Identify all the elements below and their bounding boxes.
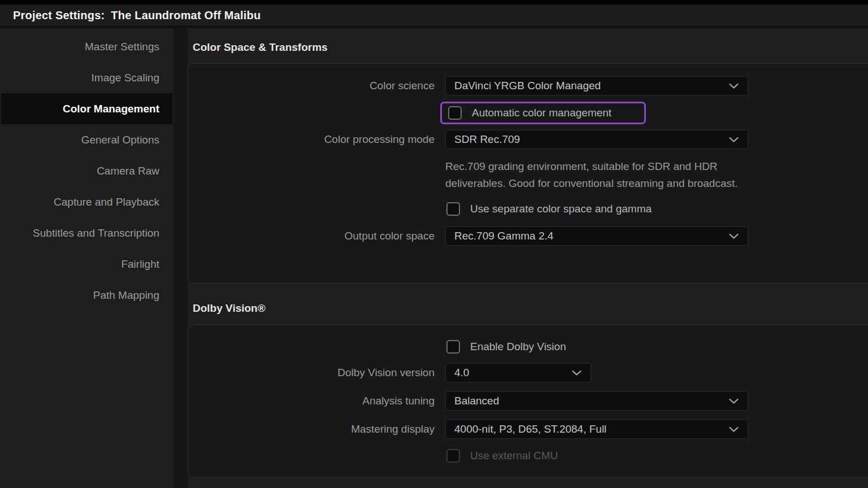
chevron-down-icon (729, 84, 739, 89)
analysis-tuning-value: Balanced (454, 395, 499, 407)
dolby-vision-version-dropdown[interactable]: 4.0 (445, 363, 591, 382)
automatic-color-management-label: Automatic color management (472, 107, 611, 119)
chevron-down-icon (729, 234, 739, 239)
dolby-vision-version-value: 4.0 (454, 367, 469, 379)
chevron-down-icon (729, 399, 739, 404)
dialog-title: Project Settings: (13, 9, 105, 22)
sidebar-item-image-scaling[interactable]: Image Scaling (0, 62, 173, 93)
sidebar-item-path-mapping[interactable]: Path Mapping (0, 280, 173, 311)
color-science-dropdown[interactable]: DaVinci YRGB Color Managed (445, 76, 748, 95)
chevron-down-icon (572, 371, 581, 376)
sidebar-item-camera-raw[interactable]: Camera Raw (0, 155, 173, 186)
use-separate-color-space-row: Use separate color space and gamma (446, 202, 868, 216)
output-color-space-label: Output color space (188, 230, 445, 242)
chevron-down-icon (729, 137, 739, 142)
dolby-vision-panel: Enable Dolby Vision Dolby Vision version… (188, 325, 868, 478)
output-color-space-value: Rec.709 Gamma 2.4 (454, 230, 553, 242)
processing-mode-description: Rec.709 grading environment, suitable fo… (445, 158, 748, 192)
sidebar-item-fairlight[interactable]: Fairlight (0, 249, 173, 280)
sidebar-item-general-options[interactable]: General Options (0, 124, 173, 155)
dialog-titlebar: Project Settings: The Laundromat Off Mal… (0, 0, 868, 27)
enable-dolby-vision-label: Enable Dolby Vision (470, 341, 566, 353)
sidebar-item-master-settings[interactable]: Master Settings (0, 31, 173, 62)
color-processing-mode-row: Color processing mode SDR Rec.709 (188, 130, 868, 149)
enable-dolby-vision-row: Enable Dolby Vision (446, 340, 868, 354)
mastering-display-label: Mastering display (188, 423, 445, 435)
use-external-cmu-row: Use external CMU (446, 449, 868, 463)
use-external-cmu-checkbox (446, 449, 460, 463)
output-color-space-dropdown[interactable]: Rec.709 Gamma 2.4 (445, 226, 748, 246)
color-processing-mode-dropdown[interactable]: SDR Rec.709 (445, 130, 748, 149)
mastering-display-value: 4000-nit, P3, D65, ST.2084, Full (454, 423, 606, 435)
section-title-color-space: Color Space & Transforms (193, 41, 868, 54)
enable-dolby-vision-checkbox[interactable] (446, 340, 460, 354)
analysis-tuning-label: Analysis tuning (188, 395, 445, 407)
sidebar-item-subtitles-and-transcription[interactable]: Subtitles and Transcription (0, 217, 173, 249)
automatic-color-management-highlight: Automatic color management (440, 102, 646, 124)
output-color-space-row: Output color space Rec.709 Gamma 2.4 (188, 226, 868, 246)
color-space-panel: Color science DaVinci YRGB Color Managed… (188, 63, 868, 284)
project-name: The Laundromat Off Malibu (111, 9, 261, 22)
sidebar-item-capture-and-playback[interactable]: Capture and Playback (0, 186, 173, 217)
analysis-tuning-dropdown[interactable]: Balanced (445, 391, 748, 411)
settings-sidebar: Master Settings Image Scaling Color Mana… (0, 28, 173, 488)
settings-main-panel: Color Space & Transforms Color science D… (188, 28, 868, 488)
mastering-display-dropdown[interactable]: 4000-nit, P3, D65, ST.2084, Full (445, 420, 748, 439)
sidebar-item-color-management[interactable]: Color Management (1, 93, 172, 124)
use-external-cmu-label: Use external CMU (470, 450, 558, 462)
automatic-color-management-checkbox[interactable] (448, 106, 462, 120)
mastering-display-row: Mastering display 4000-nit, P3, D65, ST.… (188, 420, 868, 439)
color-science-value: DaVinci YRGB Color Managed (454, 80, 601, 92)
use-separate-color-space-checkbox[interactable] (446, 202, 460, 216)
chevron-down-icon (729, 427, 739, 432)
dolby-vision-version-row: Dolby Vision version 4.0 (188, 363, 868, 382)
section-title-dolby-vision: Dolby Vision® (193, 302, 868, 315)
color-processing-mode-label: Color processing mode (188, 133, 445, 146)
color-science-row: Color science DaVinci YRGB Color Managed (188, 76, 868, 95)
color-science-label: Color science (188, 80, 445, 92)
color-processing-mode-value: SDR Rec.709 (454, 133, 520, 146)
use-separate-color-space-label: Use separate color space and gamma (470, 203, 652, 215)
analysis-tuning-row: Analysis tuning Balanced (188, 391, 868, 411)
dolby-vision-version-label: Dolby Vision version (188, 367, 445, 379)
